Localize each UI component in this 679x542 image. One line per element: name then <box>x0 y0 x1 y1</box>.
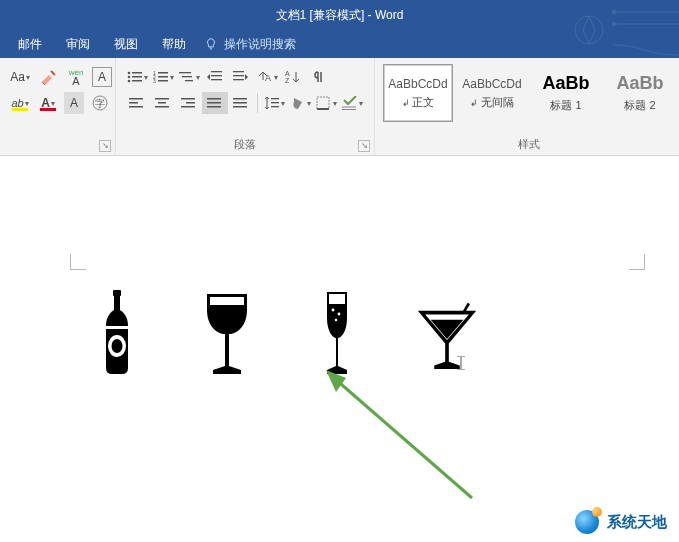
style-heading1[interactable]: AaBb 标题 1 <box>531 64 601 122</box>
menu-help[interactable]: 帮助 <box>150 32 198 57</box>
styles-gallery: AaBbCcDd ↲ 正文 AaBbCcDd ↲ 无间隔 AaBb 标题 1 A… <box>383 64 675 126</box>
align-justify-button[interactable] <box>202 92 228 114</box>
enclose-char-button[interactable]: 字 <box>88 92 112 114</box>
svg-point-11 <box>127 80 130 83</box>
document-canvas[interactable] <box>86 276 566 376</box>
style-preview: AaBb <box>542 73 589 94</box>
phonetic-char: A <box>72 77 79 85</box>
styles-group-label: 样式 <box>383 135 675 153</box>
svg-text:A: A <box>265 73 271 83</box>
align-left-button[interactable] <box>124 92 150 114</box>
svg-point-4 <box>612 22 616 26</box>
menu-view[interactable]: 视图 <box>102 32 150 57</box>
align-right-button[interactable] <box>176 92 202 114</box>
svg-text:A: A <box>285 70 290 77</box>
svg-rect-39 <box>181 106 195 108</box>
multilevel-list-button[interactable]: ▾ <box>176 66 202 88</box>
phonetic-guide-button[interactable]: wén A <box>64 66 88 88</box>
text-cursor-icon <box>457 356 465 370</box>
font-group-launcher[interactable]: ↘ <box>99 140 111 152</box>
svg-rect-48 <box>271 106 279 107</box>
borders-button[interactable]: ▾ <box>313 92 339 114</box>
align-center-button[interactable] <box>150 92 176 114</box>
text-direction-button[interactable]: A▾ <box>254 66 280 88</box>
svg-point-9 <box>127 76 130 79</box>
svg-rect-38 <box>186 102 195 104</box>
font-group-label <box>8 135 107 153</box>
paragraph-group-launcher[interactable]: ↘ <box>358 140 370 152</box>
svg-rect-16 <box>158 76 168 78</box>
bullets-button[interactable]: ▾ <box>124 66 150 88</box>
style-heading2[interactable]: AaBb 标题 2 <box>605 64 675 122</box>
svg-rect-8 <box>132 72 142 74</box>
font-row-1: Aa▾ wén A A <box>8 64 107 90</box>
paragraph-group-label: 段落 <box>124 135 366 153</box>
style-label: 正文 <box>412 96 434 108</box>
char-border-button[interactable]: A <box>92 67 112 87</box>
ribbon: Aa▾ wén A A ab ▾ A ▾ A <box>0 58 679 156</box>
svg-rect-37 <box>181 98 195 100</box>
bottle-icon <box>86 290 148 376</box>
watermark-text: 系统天地 <box>607 513 667 532</box>
style-no-spacing[interactable]: AaBbCcDd ↲ 无间隔 <box>457 64 527 122</box>
sort-button[interactable]: AZ <box>280 66 306 88</box>
numbering-button[interactable]: 123▾ <box>150 66 176 88</box>
decrease-indent-button[interactable] <box>202 66 228 88</box>
svg-point-7 <box>127 72 130 75</box>
svg-text:字: 字 <box>95 98 105 109</box>
svg-rect-23 <box>211 75 222 76</box>
svg-point-0 <box>575 16 603 44</box>
shading-button[interactable]: ▾ <box>287 92 313 114</box>
svg-rect-43 <box>233 98 247 100</box>
clear-formatting-button[interactable] <box>36 66 60 88</box>
svg-rect-36 <box>155 106 169 108</box>
tell-me-search[interactable]: 操作说明搜索 <box>204 36 296 53</box>
separator <box>257 93 258 113</box>
ribbon-group-styles: AaBbCcDd ↲ 正文 AaBbCcDd ↲ 无间隔 AaBb 标题 1 A… <box>375 58 679 155</box>
font-color-button[interactable]: A ▾ <box>36 92 60 114</box>
svg-rect-41 <box>207 102 221 104</box>
svg-rect-54 <box>114 296 120 310</box>
para-row-1: ▾ 123▾ ▾ A▾ AZ <box>124 64 366 90</box>
champagne-glass-icon <box>306 290 368 376</box>
style-preview: AaBb <box>616 73 663 94</box>
svg-rect-26 <box>233 75 244 76</box>
svg-rect-31 <box>129 98 143 100</box>
svg-rect-24 <box>211 79 222 80</box>
menu-review[interactable]: 审阅 <box>54 32 102 57</box>
char-shading-button[interactable]: A <box>64 92 84 114</box>
svg-rect-10 <box>132 76 142 78</box>
svg-point-63 <box>444 324 450 330</box>
svg-rect-44 <box>233 102 247 104</box>
svg-rect-22 <box>211 71 222 72</box>
style-normal[interactable]: AaBbCcDd ↲ 正文 <box>383 64 453 122</box>
title-bar: 文档1 [兼容模式] - Word <box>0 0 679 30</box>
svg-rect-49 <box>317 97 329 109</box>
char-border-label: A <box>98 70 106 84</box>
highlight-button[interactable]: ab ▾ <box>8 92 32 114</box>
char-shading-a: A <box>70 96 78 110</box>
svg-rect-40 <box>207 98 221 100</box>
svg-point-56 <box>112 339 123 353</box>
annotation-arrow-icon <box>322 368 480 502</box>
line-spacing-button[interactable]: ▾ <box>261 92 287 114</box>
watermark-logo-icon <box>575 510 599 534</box>
svg-rect-18 <box>158 80 168 82</box>
svg-rect-19 <box>179 72 191 73</box>
svg-rect-21 <box>185 80 193 81</box>
increase-indent-button[interactable] <box>228 66 254 88</box>
show-marks-button[interactable] <box>306 66 332 88</box>
svg-rect-14 <box>158 72 168 74</box>
change-case-button[interactable]: Aa▾ <box>8 66 32 88</box>
snap-to-grid-button[interactable]: ▾ <box>339 92 365 114</box>
ribbon-group-font: Aa▾ wén A A ab ▾ A ▾ A <box>0 58 116 155</box>
svg-rect-53 <box>113 290 121 296</box>
svg-rect-42 <box>207 106 221 108</box>
svg-rect-25 <box>233 71 244 72</box>
svg-rect-33 <box>129 106 143 108</box>
style-label: 无间隔 <box>481 96 514 108</box>
svg-point-3 <box>612 10 616 14</box>
menu-mail[interactable]: 邮件 <box>6 32 54 57</box>
align-distribute-button[interactable] <box>228 92 254 114</box>
svg-rect-58 <box>329 294 345 304</box>
